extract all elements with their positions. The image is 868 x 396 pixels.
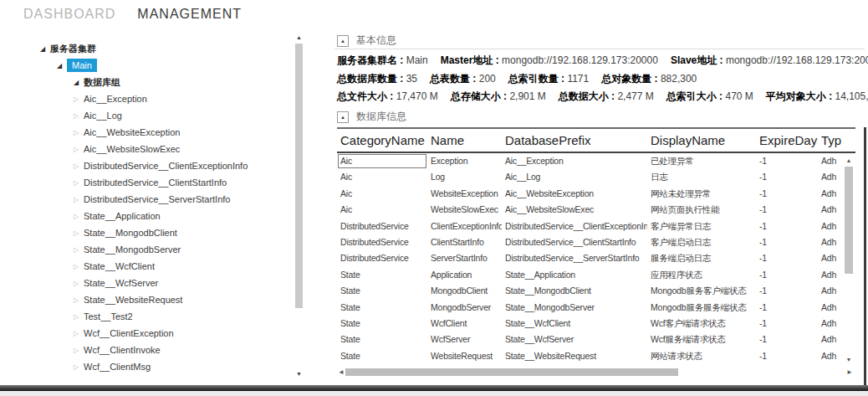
table-row[interactable]: AicExceptionAic__Exception已处理异常-1Adh: [337, 153, 844, 169]
table-cell[interactable]: Wcf服务端请求状态: [647, 332, 756, 347]
expand-icon[interactable]: ◢: [54, 62, 64, 69]
table-cell[interactable]: State__WebsiteRequest: [502, 348, 647, 364]
table-cell[interactable]: Adh: [818, 186, 843, 202]
expand-icon[interactable]: ▷: [71, 263, 81, 270]
table-row[interactable]: AicWebsiteSlowExecAic__WebsiteSlowExec网站…: [337, 202, 844, 218]
table-row[interactable]: StateMongodbServerState__MongodbServerMo…: [337, 300, 844, 316]
expand-icon[interactable]: ▷: [71, 296, 81, 304]
expand-icon[interactable]: ▷: [71, 196, 81, 203]
table-cell[interactable]: MongodbServer: [427, 300, 502, 316]
expand-icon[interactable]: ▷: [71, 246, 81, 254]
tree-node-main-cluster[interactable]: ◢ Main: [23, 57, 293, 74]
scrollbar-thumb[interactable]: [845, 167, 853, 274]
column-header[interactable]: DisplayName: [647, 133, 756, 147]
tree-item-database[interactable]: ▷State__MongodbServer: [23, 241, 293, 258]
scroll-right-icon[interactable]: ►: [845, 368, 854, 377]
table-cell[interactable]: -1: [756, 234, 818, 250]
expand-icon[interactable]: ▷: [71, 330, 81, 337]
table-cell[interactable]: Adh: [818, 153, 843, 169]
table-cell[interactable]: -1: [756, 348, 818, 364]
table-cell[interactable]: Mongodb服务服务端状态: [647, 300, 756, 316]
table-cell[interactable]: Aic: [337, 202, 427, 218]
table-cell[interactable]: DistributedService__ClientStartInfo: [502, 234, 647, 250]
expand-icon[interactable]: ▷: [71, 280, 81, 287]
table-cell[interactable]: DistributedService: [337, 250, 427, 266]
table-cell[interactable]: -1: [756, 202, 818, 218]
table-cell[interactable]: ClientExceptionInfo: [427, 219, 502, 234]
table-cell[interactable]: Aic: [337, 186, 427, 202]
expand-icon[interactable]: ▷: [71, 95, 81, 103]
nav-tab-dashboard[interactable]: DASHBOARD: [23, 7, 115, 22]
tree-item-database[interactable]: ▷Wcf__ClientInvoke: [23, 342, 293, 358]
table-cell[interactable]: 日志: [647, 169, 756, 185]
table-cell[interactable]: Adh: [818, 300, 843, 316]
scrollbar-thumb[interactable]: [345, 368, 678, 376]
table-row[interactable]: StateWcfClientState__WcfClientWcf客户端请求状态…: [337, 316, 844, 332]
table-cell[interactable]: State__Application: [502, 267, 647, 283]
scroll-down-icon[interactable]: ▼: [294, 370, 304, 378]
table-cell[interactable]: Aic__WebsiteSlowExec: [502, 202, 647, 218]
expand-icon[interactable]: ▷: [71, 313, 81, 321]
tree-item-database[interactable]: ▷Wcf__ClientMsg: [23, 358, 293, 375]
table-cell[interactable]: Aic__Log: [502, 169, 647, 185]
table-cell[interactable]: DistributedService: [337, 234, 427, 250]
expand-icon[interactable]: ▷: [71, 363, 81, 371]
table-cell[interactable]: Log: [427, 169, 502, 185]
tree-item-database[interactable]: ▷DistributedService__ClientExceptionInfo: [23, 157, 293, 174]
expand-icon[interactable]: ▷: [71, 213, 81, 220]
scrollbar-thumb[interactable]: [295, 44, 303, 308]
expand-icon[interactable]: ▷: [71, 179, 81, 187]
tree-item-database[interactable]: ▷Aic__Exception: [23, 90, 293, 107]
table-cell[interactable]: 服务端启动日志: [647, 250, 756, 266]
expand-icon[interactable]: ◢: [38, 45, 48, 53]
table-cell[interactable]: 网站页面执行性能: [647, 202, 756, 218]
table-cell[interactable]: State: [337, 283, 427, 299]
table-cell[interactable]: Wcf客户端请求状态: [647, 316, 756, 332]
table-cell[interactable]: -1: [756, 283, 818, 299]
table-cell[interactable]: 网站请求状态: [647, 348, 756, 364]
tree-item-database[interactable]: ▷State__WcfClient: [23, 258, 293, 275]
tree-item-database[interactable]: ▷Wcf__ClientException: [23, 325, 293, 342]
column-header[interactable]: ExpireDays: [756, 133, 818, 147]
table-cell[interactable]: Mongodb服务客户端状态: [647, 283, 756, 299]
table-cell[interactable]: Application: [427, 267, 502, 283]
table-cell[interactable]: State: [337, 348, 427, 364]
table-cell[interactable]: -1: [756, 219, 818, 234]
table-cell[interactable]: Adh: [818, 283, 843, 299]
table-row[interactable]: StateWebsiteRequestState__WebsiteRequest…: [337, 348, 844, 364]
tree-item-database[interactable]: ▷State__Application: [23, 208, 293, 224]
table-cell[interactable]: -1: [756, 316, 818, 332]
table-cell[interactable]: 应用程序状态: [647, 267, 756, 283]
expand-icon[interactable]: ▷: [71, 146, 81, 153]
table-cell[interactable]: -1: [756, 250, 818, 266]
table-row[interactable]: DistributedServiceServerStartInfoDistrib…: [337, 250, 844, 266]
table-cell[interactable]: Adh: [818, 250, 843, 266]
table-row[interactable]: StateApplicationState__Application应用程序状态…: [337, 267, 844, 283]
scroll-down-icon[interactable]: ▼: [844, 356, 854, 364]
table-cell[interactable]: 网站未处理异常: [647, 186, 756, 202]
table-cell[interactable]: WcfClient: [427, 316, 502, 332]
table-cell[interactable]: DistributedService__ClientExceptionInfo: [502, 219, 647, 234]
column-header[interactable]: DatabasePrefix: [502, 133, 647, 147]
tree-item-database[interactable]: ▷Aic__WebsiteSlowExec: [23, 141, 293, 157]
table-cell[interactable]: 已处理异常: [647, 153, 756, 169]
table-cell[interactable]: State: [337, 316, 427, 332]
table-cell[interactable]: Aic__WebsiteException: [502, 186, 647, 202]
table-cell[interactable]: Aic__Exception: [502, 153, 647, 169]
table-cell[interactable]: -1: [756, 300, 818, 316]
table-cell[interactable]: State: [337, 300, 427, 316]
tree-node-database-group[interactable]: ◢ 数据库组: [23, 74, 293, 90]
expand-icon[interactable]: ◢: [71, 79, 81, 86]
expand-icon[interactable]: ▷: [71, 162, 81, 170]
table-cell[interactable]: Adh: [818, 169, 843, 185]
scroll-up-icon[interactable]: ▲: [294, 33, 304, 42]
table-cell[interactable]: -1: [756, 332, 818, 347]
table-cell[interactable]: Adh: [818, 219, 843, 234]
table-row[interactable]: DistributedServiceClientExceptionInfoDis…: [337, 219, 844, 234]
tree-item-database[interactable]: ▷State__MongodbClient: [23, 224, 293, 241]
table-cell[interactable]: State__WcfClient: [502, 316, 647, 332]
table-cell[interactable]: 客户端异常日志: [647, 219, 756, 234]
expand-icon[interactable]: ▷: [71, 347, 81, 354]
column-header[interactable]: CategoryName: [337, 133, 427, 147]
table-cell[interactable]: State: [337, 332, 427, 347]
